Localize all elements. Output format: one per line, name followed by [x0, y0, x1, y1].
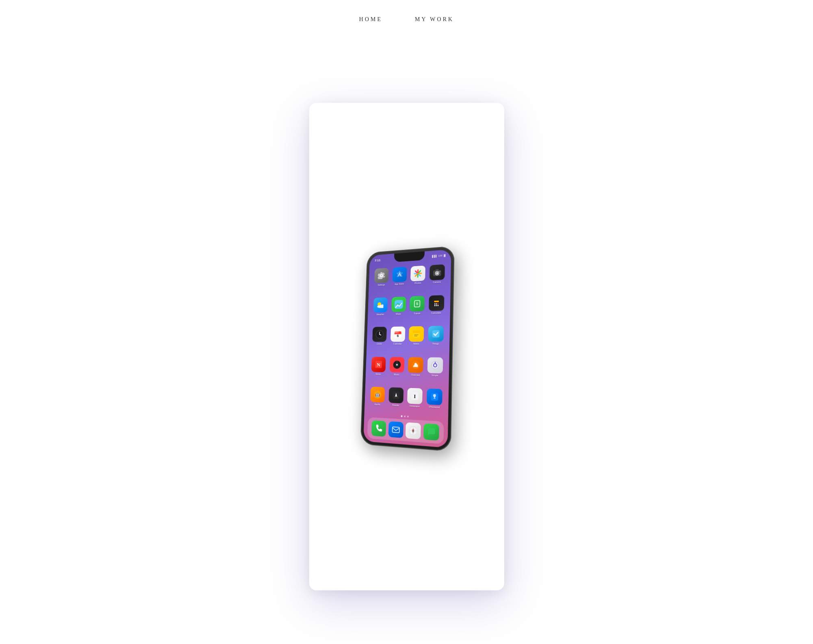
app-calendar[interactable]: 6WEDCalendar: [388, 326, 406, 354]
svg-text:I: I: [414, 393, 416, 399]
dock-icon-safari: [405, 422, 421, 439]
app-icon-news: N: [371, 357, 386, 372]
nav-home[interactable]: HOME: [359, 16, 382, 23]
app-label-transit: Transit: [414, 312, 420, 314]
app-label-instapaper: Instapaper: [409, 405, 420, 408]
svg-point-4: [436, 272, 438, 274]
app-simple[interactable]: Simple: [425, 357, 444, 387]
app-label-1password: 1Password: [428, 405, 440, 409]
svg-point-39: [412, 360, 420, 369]
svg-text:6: 6: [397, 334, 399, 338]
app-icon-simple: [427, 357, 443, 373]
app-icon-weather: [373, 297, 388, 312]
app-appstore[interactable]: AApp Store: [390, 267, 408, 295]
app-label-reeder: Reeder: [392, 404, 399, 407]
dock-icon-mail: [388, 421, 403, 438]
app-label-apollo: Apollo: [374, 403, 380, 406]
app-notes[interactable]: Notes: [407, 326, 425, 354]
app-label-settings: Settings: [377, 283, 385, 286]
app-label-calendar: Calendar: [393, 343, 401, 345]
app-icon-transit: S: [410, 295, 425, 311]
signal-icon: ▌▌▌: [432, 255, 437, 258]
app-1password[interactable]: 11Password: [425, 388, 443, 419]
svg-point-52: [433, 395, 435, 397]
svg-marker-58: [412, 428, 414, 432]
app-photos[interactable]: Photos: [409, 265, 427, 294]
phone-screen: 7:11 ▌▌▌ LTE ▓ SettingsAApp StorePhotosC…: [363, 249, 451, 448]
app-news[interactable]: NNews: [370, 357, 387, 385]
svg-line-57: [410, 430, 417, 431]
app-instapaper[interactable]: IInstapaper: [405, 388, 424, 417]
dock: [367, 417, 444, 444]
app-label-calculator: Calculator: [431, 311, 441, 314]
svg-point-3: [435, 271, 439, 275]
app-icon-apollo: 🤖: [370, 387, 385, 403]
svg-rect-12: [434, 300, 439, 302]
app-label-clock: Clock: [377, 343, 382, 345]
status-icons: ▌▌▌ LTE ▓: [432, 254, 445, 257]
app-things[interactable]: Things: [426, 326, 445, 355]
app-grid: SettingsAApp StorePhotosCameraWeatherMap…: [367, 261, 447, 421]
app-label-notes: Notes: [413, 343, 419, 345]
svg-rect-29: [413, 330, 420, 333]
svg-text:S: S: [416, 301, 418, 306]
svg-rect-32: [432, 330, 439, 337]
app-camera[interactable]: Camera: [427, 264, 446, 293]
app-icon-1password: 1: [426, 388, 442, 405]
app-icon-calendar: 6WED: [390, 326, 405, 342]
app-transit[interactable]: STransit: [408, 295, 426, 324]
app-label-appstore: App Store: [395, 282, 404, 285]
app-icon-calculator: [428, 295, 444, 310]
phone-wrapper: 7:11 ▌▌▌ LTE ▓ SettingsAApp StorePhotosC…: [360, 246, 454, 451]
svg-rect-11: [433, 299, 440, 306]
lte-label: LTE: [438, 254, 442, 257]
svg-text:🤖: 🤖: [375, 392, 380, 397]
svg-point-42: [433, 363, 436, 366]
svg-point-14: [436, 303, 437, 304]
app-weather[interactable]: Weather: [372, 297, 389, 325]
dock-mail[interactable]: [388, 421, 403, 438]
app-icon-reeder: [388, 387, 403, 403]
status-time: 7:11: [375, 258, 381, 262]
app-label-news: News: [375, 373, 381, 375]
app-icon-maps: [391, 296, 406, 312]
svg-marker-59: [412, 429, 414, 433]
app-icon-instapaper: I: [407, 388, 423, 404]
app-label-weather: Weather: [376, 313, 384, 315]
app-apollo[interactable]: 🤖Apollo: [369, 386, 386, 415]
app-music[interactable]: Music: [388, 357, 405, 385]
app-icon-appstore: A: [392, 267, 407, 282]
svg-point-54: [409, 426, 417, 435]
app-label-things: Things: [432, 342, 439, 345]
app-overcast[interactable]: Overcast: [406, 357, 425, 386]
app-settings[interactable]: Settings: [373, 268, 390, 295]
svg-rect-5: [435, 269, 438, 271]
svg-point-18: [437, 304, 438, 306]
app-calculator[interactable]: Calculator: [427, 295, 445, 323]
dock-messages[interactable]: [423, 423, 439, 440]
app-reeder[interactable]: Reeder: [387, 387, 405, 416]
svg-text:WED: WED: [394, 331, 399, 333]
app-label-maps: Maps: [396, 312, 401, 314]
app-icon-settings: [374, 268, 388, 283]
app-label-photos: Photos: [414, 282, 421, 284]
page-dots: [401, 415, 408, 417]
battery-icon: ▓: [444, 254, 445, 256]
svg-rect-53: [392, 427, 399, 432]
app-maps[interactable]: Maps: [390, 296, 407, 324]
svg-rect-2: [433, 270, 441, 276]
app-icon-things: [428, 326, 444, 342]
nav-mywork[interactable]: MY WORK: [415, 16, 454, 23]
page-dot-1: [404, 415, 405, 417]
app-icon-clock: [372, 327, 387, 342]
dock-phone[interactable]: [371, 420, 386, 437]
app-icon-photos: [410, 265, 425, 281]
svg-point-17: [436, 304, 437, 306]
svg-point-55: [409, 426, 417, 435]
dock-safari[interactable]: [405, 422, 421, 439]
svg-rect-28: [413, 330, 420, 338]
svg-rect-50: [430, 393, 438, 401]
svg-point-15: [437, 303, 438, 304]
app-clock[interactable]: Clock: [371, 327, 388, 354]
app-icon-notes: [409, 326, 424, 341]
